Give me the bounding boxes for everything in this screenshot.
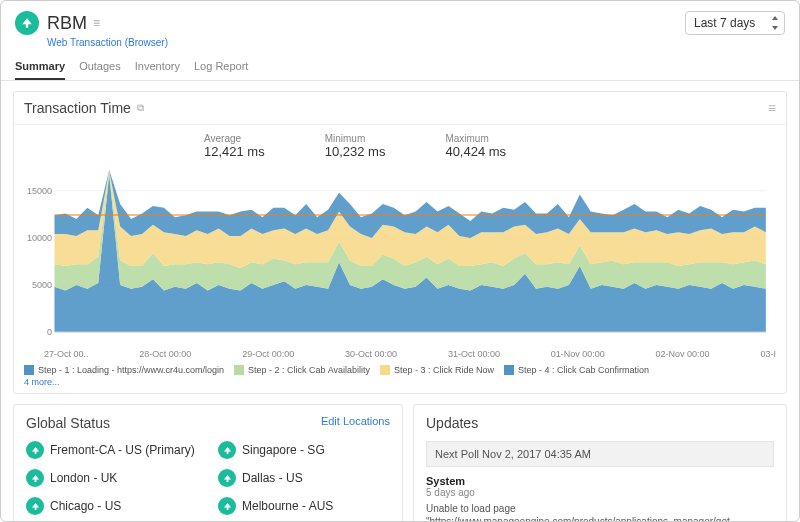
legend-label: Step - 1 : Loading - https://www.cr4u.co… bbox=[38, 365, 224, 375]
location-item[interactable]: Singapore - SG bbox=[218, 441, 390, 459]
tab-inventory[interactable]: Inventory bbox=[135, 54, 180, 80]
update-item-meta: 5 days ago bbox=[426, 487, 774, 498]
update-item-body: Unable to load page "https://www.managee… bbox=[426, 502, 774, 522]
location-item[interactable]: Melbourne - AUS bbox=[218, 497, 390, 515]
legend-swatch bbox=[234, 365, 244, 375]
x-tick-label: 27-Oct 00.. bbox=[44, 349, 89, 359]
tab-outages[interactable]: Outages bbox=[79, 54, 121, 80]
legend-more-link[interactable]: 4 more... bbox=[14, 377, 786, 393]
location-item[interactable]: Fremont-CA - US (Primary) bbox=[26, 441, 198, 459]
avg-value: 12,421 ms bbox=[204, 144, 265, 159]
update-item-title: System bbox=[426, 475, 774, 487]
status-up-icon bbox=[26, 497, 44, 515]
global-status-card: Edit Locations Global Status Fremont-CA … bbox=[13, 404, 403, 522]
x-tick-label: 31-Oct 00:00 bbox=[448, 349, 500, 359]
external-link-icon[interactable]: ⧉ bbox=[137, 102, 144, 114]
x-tick-label: 28-Oct 00:00 bbox=[139, 349, 191, 359]
status-up-icon bbox=[26, 441, 44, 459]
app-frame: RBM ≡ Last 7 days Web Transaction (Brows… bbox=[0, 0, 800, 522]
chart-legend: Step - 1 : Loading - https://www.cr4u.co… bbox=[14, 359, 786, 377]
x-tick-label: 02-Nov 00:00 bbox=[656, 349, 710, 359]
stats-row: Average 12,421 ms Minimum 10,232 ms Maxi… bbox=[14, 125, 786, 163]
legend-item[interactable]: Step - 4 : Click Cab Confirmation bbox=[504, 365, 649, 375]
location-item[interactable]: Chicago - US bbox=[26, 497, 198, 515]
breadcrumb-link[interactable]: Web Transaction (Browser) bbox=[47, 37, 168, 48]
updates-title: Updates bbox=[426, 415, 774, 431]
legend-label: Step - 4 : Click Cab Confirmation bbox=[518, 365, 649, 375]
location-label: Dallas - US bbox=[242, 471, 303, 485]
location-label: London - UK bbox=[50, 471, 117, 485]
x-tick-label: 30-Oct 00:00 bbox=[345, 349, 397, 359]
breadcrumb: Web Transaction (Browser) bbox=[1, 37, 799, 54]
legend-item[interactable]: Step - 1 : Loading - https://www.cr4u.co… bbox=[24, 365, 224, 375]
y-tick-label: 10000 bbox=[27, 233, 52, 243]
legend-item[interactable]: Step - 3 : Click Ride Now bbox=[380, 365, 494, 375]
date-range-select[interactable]: Last 7 days bbox=[685, 11, 785, 35]
max-label: Maximum bbox=[445, 133, 506, 144]
tab-summary[interactable]: Summary bbox=[15, 54, 65, 80]
status-up-icon bbox=[218, 469, 236, 487]
chart: 050001000015000 bbox=[24, 167, 776, 347]
y-tick-label: 5000 bbox=[32, 280, 52, 290]
title-menu-icon[interactable]: ≡ bbox=[93, 16, 101, 30]
header: RBM ≡ Last 7 days bbox=[1, 1, 799, 37]
min-label: Minimum bbox=[325, 133, 386, 144]
x-tick-label: 01-Nov 00:00 bbox=[551, 349, 605, 359]
y-tick-label: 15000 bbox=[27, 186, 52, 196]
location-label: Fremont-CA - US (Primary) bbox=[50, 443, 195, 457]
legend-swatch bbox=[24, 365, 34, 375]
max-value: 40,424 ms bbox=[445, 144, 506, 159]
legend-swatch bbox=[380, 365, 390, 375]
edit-locations-link[interactable]: Edit Locations bbox=[321, 415, 390, 427]
location-label: Chicago - US bbox=[50, 499, 121, 513]
legend-swatch bbox=[504, 365, 514, 375]
y-tick-label: 0 bbox=[47, 327, 52, 337]
location-item[interactable]: London - UK bbox=[26, 469, 198, 487]
tab-log-report[interactable]: Log Report bbox=[194, 54, 248, 80]
legend-label: Step - 2 : Click Cab Availability bbox=[248, 365, 370, 375]
updates-card: Updates Next Poll Nov 2, 2017 04:35 AM S… bbox=[413, 404, 787, 522]
panel-title: Transaction Time bbox=[24, 100, 131, 116]
min-value: 10,232 ms bbox=[325, 144, 386, 159]
status-up-icon bbox=[26, 469, 44, 487]
location-label: Singapore - SG bbox=[242, 443, 325, 457]
location-item[interactable]: Dallas - US bbox=[218, 469, 390, 487]
transaction-time-panel: Transaction Time ⧉ ≡ Average 12,421 ms M… bbox=[13, 91, 787, 394]
page-title: RBM bbox=[47, 13, 87, 34]
chart-x-axis: 27-Oct 00..28-Oct 00:0029-Oct 00:0030-Oc… bbox=[44, 349, 776, 359]
x-tick-label: 29-Oct 00:00 bbox=[242, 349, 294, 359]
location-label: Melbourne - AUS bbox=[242, 499, 333, 513]
x-tick-label: 03-I bbox=[760, 349, 776, 359]
status-up-icon bbox=[15, 11, 39, 35]
legend-label: Step - 3 : Click Ride Now bbox=[394, 365, 494, 375]
legend-item[interactable]: Step - 2 : Click Cab Availability bbox=[234, 365, 370, 375]
status-up-icon bbox=[218, 497, 236, 515]
status-up-icon bbox=[218, 441, 236, 459]
next-poll-box: Next Poll Nov 2, 2017 04:35 AM bbox=[426, 441, 774, 467]
panel-menu-icon[interactable]: ≡ bbox=[768, 100, 776, 116]
avg-label: Average bbox=[204, 133, 265, 144]
tabs: SummaryOutagesInventoryLog Report bbox=[1, 54, 799, 81]
